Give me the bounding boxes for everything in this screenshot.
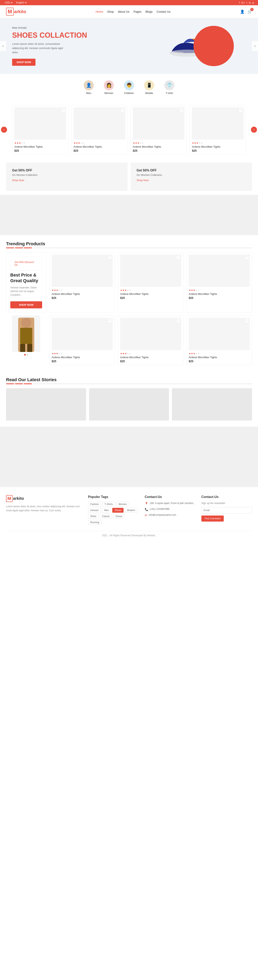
product-card-4[interactable]: ♡ ★★★★★ Ardene Microfiber Tights $25: [190, 105, 246, 154]
cart-icon[interactable]: 🛒 0: [247, 10, 252, 14]
logo[interactable]: Markito: [6, 8, 26, 16]
hero-image: [129, 32, 246, 60]
post-comment-button[interactable]: Post Comment: [201, 515, 224, 522]
trending-product-img-6: [189, 318, 250, 350]
hero-shop-now-button[interactable]: SHOP NOW: [12, 59, 35, 66]
twitter-icon[interactable]: t: [247, 1, 247, 4]
linkedin-icon[interactable]: in: [249, 1, 251, 4]
tag-shoes-highlight[interactable]: Shoes: [112, 508, 123, 513]
category-men-label: Men: [86, 92, 91, 95]
wishlist-button-2[interactable]: ♡: [120, 108, 125, 113]
tag-running[interactable]: Running: [88, 520, 101, 525]
user-icon[interactable]: 👤: [240, 10, 244, 14]
nav-shop[interactable]: Shop: [107, 10, 114, 13]
trending-product-5[interactable]: ♡ ★★★★★ Ardene Microfiber Tights $25: [118, 316, 184, 365]
story-image-1: [6, 388, 86, 420]
trending-wishlist-2[interactable]: ♡: [176, 255, 181, 260]
trending-promo-card: Get 50% Discount On Best Price & Great Q…: [6, 252, 46, 313]
nav-pages[interactable]: Pages: [133, 10, 141, 13]
category-mobile[interactable]: 📱 Mobile: [139, 78, 159, 97]
trending-wishlist-4[interactable]: ♡: [108, 318, 112, 323]
currency-select[interactable]: USD: [4, 1, 13, 4]
promo-link-2[interactable]: Shop Now: [137, 179, 149, 182]
products-grid: ♡ ★★★★★ Ardene Microfiber Tights $25 ♡ ★…: [6, 105, 252, 154]
footer-newsletter-col: Contact-Us Sign up the newsletter Post C…: [201, 495, 252, 525]
product-card-3[interactable]: ♡ ★★★★★ Ardene Microfiber Tights $25: [131, 105, 187, 154]
trending-promo-desc: Aenean imperdiet. Etiam ultricies nisi v…: [10, 286, 42, 297]
promo-link-1[interactable]: Shop Now: [12, 179, 24, 182]
hero-next-button[interactable]: ›: [252, 41, 258, 51]
hero-prev-button[interactable]: ‹: [0, 41, 6, 51]
category-women[interactable]: 👩 Women: [99, 78, 119, 97]
trending-underline: [6, 247, 252, 248]
trending-product-1[interactable]: ♡ ★★★★★ Ardene Microfiber Tights $25: [49, 252, 115, 313]
products-section: ‹ ♡ ★★★★★ Ardene Microfiber Tights $25 ♡…: [0, 101, 258, 159]
trending-wishlist-3[interactable]: ♡: [244, 255, 249, 260]
hero-title-red: COLLACTION: [40, 31, 87, 39]
trending-row-2: ♡ ★★★★★ Ardene Microfiber Tights $25 ♡ ★…: [6, 316, 252, 365]
dot-inactive: [27, 354, 28, 356]
pinterest-icon[interactable]: p: [253, 1, 254, 4]
categories-section: 👤 Men 👩 Women 👦 Children 📱 Mobile 👕 T-sh…: [0, 74, 258, 101]
google-plus-icon[interactable]: G+: [241, 1, 245, 4]
copyright-text: 2021 . All Rights Reserved Developed By …: [102, 534, 156, 537]
product-card-1[interactable]: ♡ ★★★★★ Ardene Microfiber Tights $25: [12, 105, 68, 154]
trending-product-6[interactable]: ♡ ★★★★★ Ardene Microfiber Tights $25: [187, 316, 252, 365]
tag-classic[interactable]: Classic: [100, 514, 112, 519]
trending-wishlist-5[interactable]: ♡: [176, 318, 181, 323]
facebook-icon[interactable]: f: [239, 1, 240, 4]
wishlist-button-1[interactable]: ♡: [61, 108, 66, 113]
stories-underline: [6, 383, 252, 384]
trending-wishlist-1[interactable]: ♡: [108, 255, 112, 260]
trending-shop-now-button[interactable]: SHOP NOW: [10, 301, 42, 309]
wishlist-button-4[interactable]: ♡: [239, 108, 243, 113]
children-icon: 👦: [124, 80, 134, 91]
stories-underline-red-2: [15, 383, 23, 384]
trending-product-4[interactable]: ♡ ★★★★★ Ardene Microfiber Tights $25: [49, 316, 115, 365]
footer-logo-text: arkito: [13, 496, 24, 501]
trending-name-1: Ardene Microfiber Tights: [52, 293, 113, 296]
trending-product-2[interactable]: ♡ ★★★★★ Ardene Microfiber Tights $25: [118, 252, 184, 313]
trending-product-img-3: [189, 255, 250, 287]
tag-modern[interactable]: Modern: [125, 508, 138, 513]
nav-home[interactable]: Home: [95, 10, 103, 13]
category-children[interactable]: 👦 Children: [119, 78, 139, 97]
product-name-2: Ardene Microfiber Tights: [74, 145, 125, 148]
category-men[interactable]: 👤 Men: [79, 78, 99, 97]
underline-red-3: [24, 247, 32, 248]
trending-model-card: [6, 316, 46, 365]
tag-shirts[interactable]: Shirts: [88, 514, 99, 519]
trending-product-3[interactable]: ♡ ★★★★★ Ardene Microfiber Tights $25: [187, 252, 252, 313]
underline-red-2: [15, 247, 23, 248]
trending-price-2: $25: [120, 296, 181, 299]
category-tshirt[interactable]: 👕 T-shirt: [159, 78, 179, 97]
products-prev-button[interactable]: ‹: [1, 127, 7, 133]
product-card-2[interactable]: ♡ ★★★★★ Ardene Microfiber Tights $25: [71, 105, 128, 154]
tag-men[interactable]: Men: [102, 508, 111, 513]
trending-promo-title: Best Price & Great Quality: [10, 272, 42, 284]
products-next-button[interactable]: ›: [251, 127, 257, 133]
newsletter-email-input[interactable]: [201, 507, 252, 514]
trending-price-4: $25: [52, 360, 113, 363]
trending-section: Trending Products Get 50% Discount On Be…: [0, 235, 258, 371]
product-stars-3: ★★★★★: [133, 142, 185, 145]
wishlist-button-3[interactable]: ♡: [179, 108, 184, 113]
tag-aenean[interactable]: Aenean: [88, 508, 101, 513]
nav-blogs[interactable]: Blogs: [146, 10, 153, 13]
language-select[interactable]: English: [15, 1, 27, 4]
footer-phone-text: (+91) 1234567890: [150, 508, 169, 511]
gray-spacer-2: [0, 426, 258, 487]
tag-fashion[interactable]: Fashion: [88, 502, 101, 507]
trending-price-3: $25: [189, 296, 250, 299]
tag-shoes[interactable]: Shoes: [113, 514, 125, 519]
svg-rect-4: [20, 328, 32, 344]
logo-text: arkito: [14, 9, 26, 14]
trending-row-1: Get 50% Discount On Best Price & Great Q…: [6, 252, 252, 313]
nav-about[interactable]: About Us: [118, 10, 130, 13]
tag-women[interactable]: Women: [116, 502, 129, 507]
trending-wishlist-6[interactable]: ♡: [244, 318, 249, 323]
nav-contact[interactable]: Contact Us: [157, 10, 171, 13]
story-card-2: [89, 388, 169, 420]
category-mobile-label: Mobile: [145, 92, 153, 95]
tag-tshirts[interactable]: T-Shirts: [102, 502, 115, 507]
